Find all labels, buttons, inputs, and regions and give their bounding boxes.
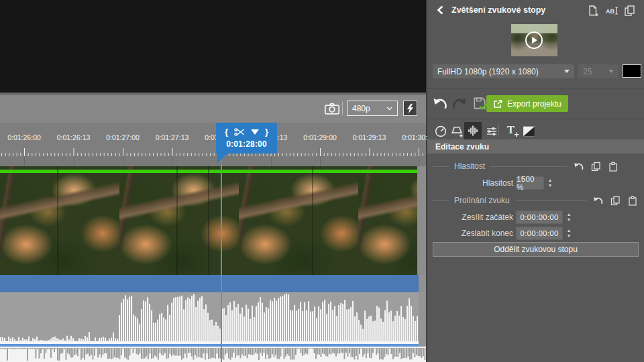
audio-waveform-zoomed[interactable] [0, 292, 419, 344]
audio-track-compact[interactable] [0, 347, 427, 362]
playhead-flag[interactable]: { } 0:01:28:00 [216, 123, 277, 154]
panel-divider [427, 88, 644, 88]
back-chevron-icon [435, 5, 446, 15]
section-title: Editace zvuku [435, 142, 489, 152]
tools-separator [498, 123, 499, 138]
export-project-button[interactable]: Export projektu [486, 95, 568, 112]
paste-clipboard-icon [608, 162, 618, 172]
stepper-up-icon[interactable]: ▲ [567, 229, 571, 233]
keystone-plus-icon [450, 125, 464, 138]
resolution-select[interactable]: FullHD 1080p (1920 x 1080) [433, 64, 574, 78]
undo-icon [433, 97, 447, 111]
undo-button[interactable] [433, 97, 447, 111]
tab-add-text[interactable]: T [505, 123, 520, 136]
duplicate-button[interactable] [624, 5, 637, 17]
effects-button[interactable] [403, 101, 417, 116]
ruler-ticks [0, 147, 427, 156]
fade-out-stepper[interactable]: ▲ ▼ [565, 227, 573, 240]
stepper-down-icon[interactable]: ▼ [548, 184, 552, 188]
stepper-up-icon[interactable]: ▲ [567, 213, 571, 217]
paste-clipboard-icon [628, 196, 637, 206]
separate-audio-button[interactable]: Oddělit zvukovou stopu [433, 242, 639, 257]
play-button[interactable] [525, 32, 543, 49]
tab-audio-active[interactable] [464, 122, 482, 139]
tab-transition[interactable] [522, 125, 537, 138]
panel-divider [427, 119, 644, 119]
playhead-line[interactable] [221, 154, 222, 362]
ruler-label: 0:01:26:13 [57, 133, 91, 141]
audio-waveform-row [0, 292, 427, 347]
fade-in-label: Zesílit začátek [433, 213, 513, 222]
fade-in-stepper[interactable]: ▲ ▼ [565, 210, 573, 224]
add-page-icon [587, 5, 599, 17]
volume-input[interactable]: 1500 % [516, 176, 544, 190]
chevron-down-icon [386, 107, 392, 111]
fade-reset-button[interactable] [593, 196, 604, 206]
dropdown-caret-icon [608, 70, 614, 73]
section-header: Editace zvuku [427, 139, 644, 154]
sliders-icon [485, 125, 498, 138]
playhead-timecode: 0:01:28:00 [216, 139, 277, 149]
copy-icon [591, 162, 601, 172]
volume-group-header: Hlasitost [433, 161, 619, 172]
rename-button[interactable]: AB [606, 5, 619, 17]
stepper-down-icon[interactable]: ▼ [567, 234, 571, 239]
resolution-value: FullHD 1080p (1920 x 1080) [437, 67, 539, 76]
preview-quality-value: 480p [352, 104, 370, 113]
audio-link-bar[interactable] [0, 275, 419, 292]
fade-in-input[interactable]: 0:00:00:00 [516, 210, 563, 224]
waveform-compact-graphic [0, 347, 427, 362]
svg-text:T: T [507, 124, 515, 135]
export-icon [493, 99, 502, 109]
set-in-point-button[interactable]: { [225, 127, 228, 136]
video-track[interactable] [0, 166, 427, 275]
fade-group-header: Prolínání zvuku [433, 195, 639, 206]
undo-icon [593, 196, 603, 206]
fade-paste-button[interactable] [628, 196, 639, 206]
fade-copy-button[interactable] [610, 196, 621, 206]
tab-speed[interactable] [434, 125, 449, 138]
ruler-gridline [24, 156, 25, 166]
clip-frame-seam [312, 166, 313, 275]
ruler-label: 0:01:29:00 [303, 133, 337, 141]
scissors-cut-icon[interactable] [234, 128, 245, 136]
stepper-down-icon[interactable]: ▼ [567, 218, 571, 223]
track-header-strip [0, 156, 427, 166]
panel-title: Zvětšení zvukové stopy [451, 5, 545, 15]
back-button[interactable] [435, 5, 446, 15]
copy-icon [610, 196, 621, 206]
preview-quality-select[interactable]: 480p [347, 101, 398, 116]
audio-link-row [0, 275, 427, 292]
clip-frame-seam [176, 166, 178, 275]
volume-paste-button[interactable] [608, 162, 619, 172]
volume-reset-button[interactable] [574, 162, 584, 172]
ruler-gridline [320, 156, 321, 166]
export-button-label: Export projektu [507, 99, 561, 109]
volume-copy-button[interactable] [591, 162, 602, 172]
fade-out-input[interactable]: 0:00:00:00 [516, 227, 563, 240]
add-page-button[interactable] [587, 5, 600, 17]
volume-group-label: Hlasitost [454, 162, 485, 171]
timeline-ruler[interactable]: 0:01:26:000:01:26:130:01:27:000:01:27:13… [0, 123, 427, 156]
save-floppy-icon [472, 95, 488, 111]
framerate-select[interactable]: 25 [578, 64, 619, 78]
text-plus-icon: T [505, 123, 520, 138]
ruler-gridline [271, 156, 272, 166]
background-color-swatch[interactable] [623, 64, 641, 78]
tab-transform[interactable] [450, 125, 465, 138]
camera-icon [324, 102, 340, 115]
set-out-point-button[interactable]: } [265, 127, 268, 136]
project-thumbnail[interactable] [511, 24, 557, 56]
snapshot-camera-button[interactable] [324, 102, 340, 115]
video-preview-area[interactable] [0, 0, 427, 92]
add-marker-icon[interactable] [251, 129, 259, 135]
ruler-gridline [370, 156, 370, 166]
rename-icon: AB [606, 5, 619, 17]
stepper-up-icon[interactable]: ▲ [548, 178, 552, 183]
side-panel: Zvětšení zvukové stopy AB [427, 0, 644, 362]
lightning-icon [407, 103, 414, 114]
tab-adjustments[interactable] [485, 125, 500, 138]
volume-stepper[interactable]: ▲ ▼ [546, 176, 554, 190]
redo-button[interactable] [452, 97, 467, 111]
save-button[interactable] [472, 95, 488, 111]
